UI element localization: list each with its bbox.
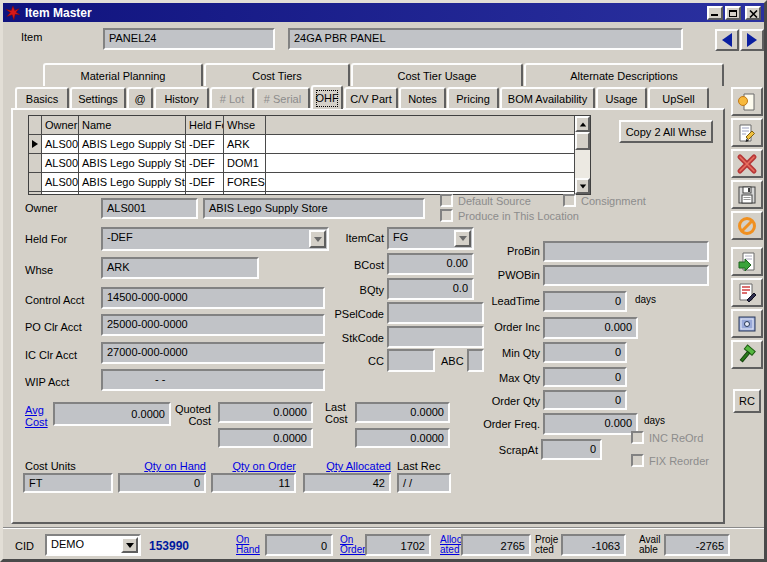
cell-name[interactable]: ABIS Lego Supply Store bbox=[79, 154, 186, 172]
order-freq-field[interactable]: 0.000 bbox=[543, 413, 638, 435]
tab-usage[interactable]: Usage bbox=[596, 87, 647, 108]
col-header-owner[interactable]: Owner bbox=[42, 116, 79, 134]
maximize-button[interactable] bbox=[725, 6, 741, 20]
rc-button[interactable]: RC bbox=[733, 389, 761, 413]
cell-whse[interactable]: FOREST bbox=[224, 173, 266, 191]
allocated-field[interactable]: 2765 bbox=[461, 534, 531, 556]
fix-reorder-checkbox[interactable] bbox=[631, 454, 644, 467]
cell-owner[interactable]: ALS001 bbox=[42, 135, 79, 153]
wip-acct-field[interactable]: - - bbox=[101, 369, 325, 391]
control-acct-field[interactable]: 14500-000-0000 bbox=[101, 287, 325, 309]
tab-upsell[interactable]: UpSell bbox=[648, 87, 709, 108]
tab-cv-part[interactable]: C/V Part bbox=[344, 87, 398, 108]
on-hand-field[interactable]: 0 bbox=[265, 534, 333, 556]
held-for-dropdown-button[interactable] bbox=[309, 230, 326, 248]
cc-field[interactable] bbox=[387, 349, 435, 372]
tab-alternate-descriptions[interactable]: Alternate Descriptions bbox=[524, 63, 724, 86]
stk-code-field[interactable] bbox=[387, 326, 484, 348]
row-selector[interactable] bbox=[29, 135, 42, 153]
avg-cost-field[interactable]: 0.0000 bbox=[53, 402, 171, 426]
bcost-field[interactable]: 0.00 bbox=[387, 253, 474, 275]
cid-dropdown[interactable]: DEMO bbox=[45, 534, 141, 556]
tab-ohf[interactable]: OHF bbox=[311, 85, 343, 109]
row-selector[interactable] bbox=[29, 192, 42, 195]
cell-owner[interactable]: ATC001 bbox=[42, 192, 79, 195]
on-order-field[interactable]: 1702 bbox=[365, 534, 431, 556]
tab-history[interactable]: History bbox=[154, 87, 209, 108]
cid-dropdown-button[interactable] bbox=[121, 537, 138, 553]
item-description-field[interactable]: 24GA PBR PANEL bbox=[288, 28, 683, 50]
copy-to-all-whse-button[interactable]: Copy 2 All Whse bbox=[619, 120, 713, 143]
edit-button[interactable] bbox=[731, 118, 763, 147]
cell-whse[interactable]: ARK bbox=[224, 135, 266, 153]
scrap-at-field[interactable]: 0 bbox=[541, 439, 602, 460]
available-field[interactable]: -2765 bbox=[664, 534, 730, 556]
cell-name[interactable]: ABIS Lego Supply Store bbox=[79, 135, 186, 153]
minimize-button[interactable] bbox=[707, 6, 723, 20]
grid-row[interactable]: ALS001 ABIS Lego Supply Store -DEF ARK bbox=[29, 135, 590, 154]
cell-held-for[interactable]: -DEF bbox=[186, 135, 224, 153]
cell-owner[interactable]: ALS001 bbox=[42, 173, 79, 191]
held-for-dropdown[interactable]: -DEF bbox=[101, 227, 329, 251]
item-cat-dropdown[interactable]: FG bbox=[387, 227, 474, 250]
scroll-down-button[interactable] bbox=[575, 178, 590, 194]
tab-pricing[interactable]: Pricing bbox=[447, 87, 499, 108]
last-cost-field-bottom[interactable]: 0.0000 bbox=[355, 428, 450, 448]
qty-on-order-link[interactable]: Qty on Order bbox=[211, 460, 296, 472]
save-button[interactable] bbox=[731, 180, 763, 209]
item-cat-dropdown-button[interactable] bbox=[454, 230, 471, 247]
min-qty-field[interactable]: 0 bbox=[543, 342, 627, 363]
cell-name[interactable]: ABIS Lego Supply Store bbox=[79, 173, 186, 191]
cell-whse[interactable]: DOM1 bbox=[224, 154, 266, 172]
on-order-link[interactable]: On Order bbox=[340, 535, 366, 555]
tab-cost-tier-usage[interactable]: Cost Tier Usage bbox=[351, 63, 523, 86]
produce-here-checkbox[interactable] bbox=[440, 209, 453, 222]
avg-cost-link[interactable]: Avg Cost bbox=[25, 404, 48, 428]
default-source-checkbox[interactable] bbox=[440, 194, 453, 207]
cost-units-field[interactable]: FT bbox=[23, 473, 113, 493]
cell-owner[interactable]: ALS001 bbox=[42, 154, 79, 172]
owner-code-field[interactable]: ALS001 bbox=[101, 198, 198, 219]
next-item-button[interactable] bbox=[740, 29, 764, 51]
cell-held-for[interactable]: -DEF bbox=[186, 173, 224, 191]
col-header-name[interactable]: Name bbox=[79, 116, 186, 134]
consignment-checkbox[interactable] bbox=[563, 194, 576, 207]
projected-field[interactable]: -1063 bbox=[561, 534, 626, 556]
scroll-thumb[interactable] bbox=[575, 132, 590, 150]
prev-item-button[interactable] bbox=[715, 29, 739, 51]
scroll-up-button[interactable] bbox=[575, 116, 590, 132]
row-selector[interactable] bbox=[29, 154, 42, 172]
on-hand-link[interactable]: On Hand bbox=[236, 535, 260, 555]
allocated-link[interactable]: Alloc ated bbox=[440, 535, 462, 555]
cancel-button[interactable] bbox=[731, 211, 763, 240]
close-button[interactable] bbox=[745, 6, 761, 20]
psel-code-field[interactable] bbox=[387, 302, 484, 324]
whse-field[interactable]: ARK bbox=[101, 257, 259, 279]
cell-held-for[interactable]: -DEF bbox=[186, 154, 224, 172]
pwobin-field[interactable] bbox=[543, 265, 709, 286]
tab-bom-availability[interactable]: BOM Availability bbox=[500, 87, 595, 108]
max-qty-field[interactable]: 0 bbox=[543, 367, 627, 387]
cell-held-for[interactable]: -DEF bbox=[186, 192, 224, 195]
last-rec-field[interactable]: / / bbox=[397, 473, 451, 493]
owner-name-field[interactable]: ABIS Lego Supply Store bbox=[203, 198, 425, 219]
quoted-cost-field-top[interactable]: 0.0000 bbox=[218, 402, 313, 423]
tab-settings[interactable]: Settings bbox=[70, 87, 126, 108]
row-selector[interactable] bbox=[29, 173, 42, 191]
last-cost-field-top[interactable]: 0.0000 bbox=[355, 402, 450, 423]
tab-cost-tiers[interactable]: Cost Tiers bbox=[204, 63, 350, 86]
lead-time-field[interactable]: 0 bbox=[543, 291, 627, 312]
col-header-whse[interactable]: Whse bbox=[224, 116, 266, 134]
quoted-cost-field-bottom[interactable]: 0.0000 bbox=[218, 428, 313, 448]
item-code-field[interactable]: PANEL24 bbox=[103, 28, 275, 50]
bqty-field[interactable]: 0.0 bbox=[387, 278, 474, 300]
qty-on-hand-field[interactable]: 0 bbox=[118, 473, 206, 493]
writeup-button[interactable] bbox=[731, 278, 763, 307]
delete-button[interactable] bbox=[731, 149, 763, 178]
grid-row[interactable]: ALS001 ABIS Lego Supply Store -DEF FORES… bbox=[29, 173, 590, 192]
grid-vscrollbar[interactable] bbox=[574, 116, 590, 194]
po-clr-acct-field[interactable]: 25000-000-0000 bbox=[101, 314, 325, 336]
tab-material-planning[interactable]: Material Planning bbox=[43, 63, 203, 86]
cell-name[interactable]: ABC Test Company bbox=[79, 192, 186, 195]
qty-allocated-link[interactable]: Qty Allocated bbox=[303, 460, 391, 472]
